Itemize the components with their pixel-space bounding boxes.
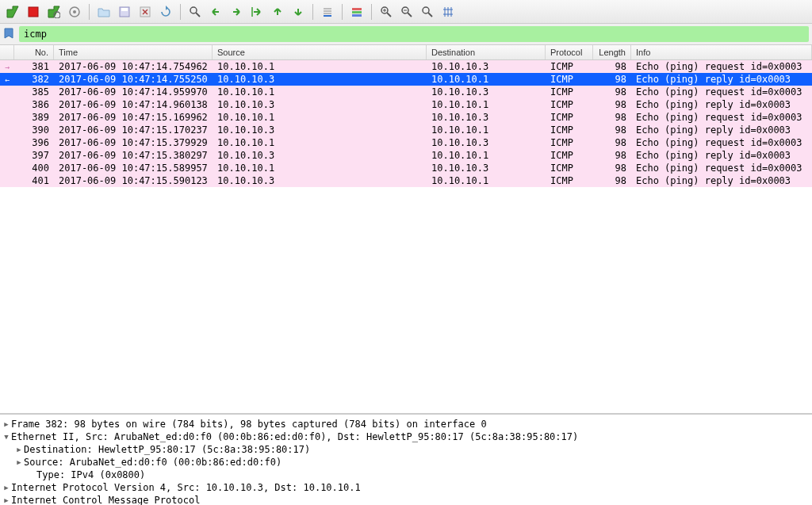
display-filter-bar [0,24,812,45]
packet-row[interactable]: 4002017-06-09 10:47:15.58995710.10.10.11… [0,162,812,174]
go-to-packet-button[interactable] [247,2,266,21]
column-header-protocol[interactable]: Protocol [546,45,593,59]
main-toolbar [0,0,812,24]
svg-point-3 [73,10,76,13]
go-forward-button[interactable] [227,2,246,21]
column-header-source[interactable]: Source [213,45,427,59]
packet-list-pane[interactable]: No. Time Source Destination Protocol Len… [0,45,812,414]
collapse-toggle-icon[interactable]: ▼ [2,430,11,443]
packet-row[interactable]: 3902017-06-09 10:47:15.17023710.10.10.31… [0,124,812,136]
expand-toggle-icon[interactable]: ▶ [2,494,11,505]
packet-row[interactable]: 3852017-06-09 10:47:14.95997010.10.10.11… [0,86,812,98]
packet-row[interactable]: →3812017-06-09 10:47:14.75496210.10.10.1… [0,60,812,73]
close-file-button[interactable] [136,2,155,21]
packet-row[interactable]: 3972017-06-09 10:47:15.38029710.10.10.31… [0,149,812,162]
detail-icmp[interactable]: ▶ Internet Control Message Protocol [2,494,810,505]
colorize-button[interactable] [347,2,366,21]
toolbar-separator [89,4,90,20]
find-packet-button[interactable] [186,2,205,21]
column-header-time[interactable]: Time [54,45,213,59]
stop-capture-button[interactable] [24,2,43,21]
display-filter-input[interactable] [19,26,809,42]
toolbar-separator [342,4,343,20]
svg-line-20 [387,13,391,17]
svg-rect-18 [352,14,362,17]
detail-ethernet[interactable]: ▼ Ethernet II, Src: ArubaNet_ed:d0:f0 (0… [2,430,810,443]
detail-eth-src[interactable]: ▶ Source: ArubaNet_ed:d0:f0 (00:0b:86:ed… [2,456,810,469]
packet-row[interactable]: 3962017-06-09 10:47:15.37992910.10.10.11… [0,136,812,149]
svg-rect-16 [352,8,362,10]
expand-toggle-icon[interactable]: ▶ [2,481,11,494]
go-first-button[interactable] [268,2,287,21]
svg-line-27 [428,13,432,17]
go-back-button[interactable] [206,2,225,21]
resize-columns-button[interactable] [439,2,458,21]
packet-row[interactable]: 4012017-06-09 10:47:15.59012310.10.10.31… [0,174,812,187]
svg-rect-0 [29,7,38,17]
detail-eth-type[interactable]: Type: IPv4 (0x0800) [2,469,810,481]
restart-capture-button[interactable] [44,2,63,21]
filter-bookmark-icon[interactable] [3,28,16,40]
zoom-out-button[interactable] [397,2,416,21]
packet-row[interactable]: 3862017-06-09 10:47:14.96013810.10.10.31… [0,98,812,111]
svg-rect-17 [352,11,362,13]
expand-toggle-icon[interactable]: ▶ [14,456,24,469]
detail-eth-dst[interactable]: ▶ Destination: HewlettP_95:80:17 (5c:8a:… [2,443,810,456]
capture-options-button[interactable] [65,2,84,21]
svg-line-24 [408,13,412,17]
expand-toggle-icon[interactable]: ▶ [2,418,11,430]
detail-frame[interactable]: ▶ Frame 382: 98 bytes on wire (784 bits)… [2,418,810,430]
column-header-destination[interactable]: Destination [427,45,546,59]
packet-row[interactable]: 3892017-06-09 10:47:15.16996210.10.10.11… [0,111,812,124]
packet-row[interactable]: ←3822017-06-09 10:47:14.75525010.10.10.3… [0,73,812,86]
expand-toggle-icon[interactable]: ▶ [14,443,24,456]
svg-line-10 [196,13,200,17]
packet-details-pane[interactable]: ▶ Frame 382: 98 bytes on wire (784 bits)… [0,414,812,505]
toolbar-separator [312,4,313,20]
svg-rect-5 [121,8,128,11]
zoom-reset-button[interactable] [418,2,437,21]
column-header-info[interactable]: Info [631,45,812,59]
start-capture-button[interactable] [3,2,22,21]
save-file-button[interactable] [115,2,134,21]
column-header-length[interactable]: Length [593,45,631,59]
zoom-in-button[interactable] [377,2,396,21]
toolbar-separator [371,4,372,20]
packet-list-header: No. Time Source Destination Protocol Len… [0,45,812,60]
detail-ip[interactable]: ▶ Internet Protocol Version 4, Src: 10.1… [2,481,810,494]
toolbar-separator [180,4,181,20]
svg-point-9 [190,7,197,13]
auto-scroll-button[interactable] [318,2,337,21]
svg-point-26 [423,7,429,13]
open-file-button[interactable] [94,2,113,21]
column-header-no[interactable]: No. [14,45,54,59]
reload-button[interactable] [156,2,175,21]
go-last-button[interactable] [289,2,308,21]
